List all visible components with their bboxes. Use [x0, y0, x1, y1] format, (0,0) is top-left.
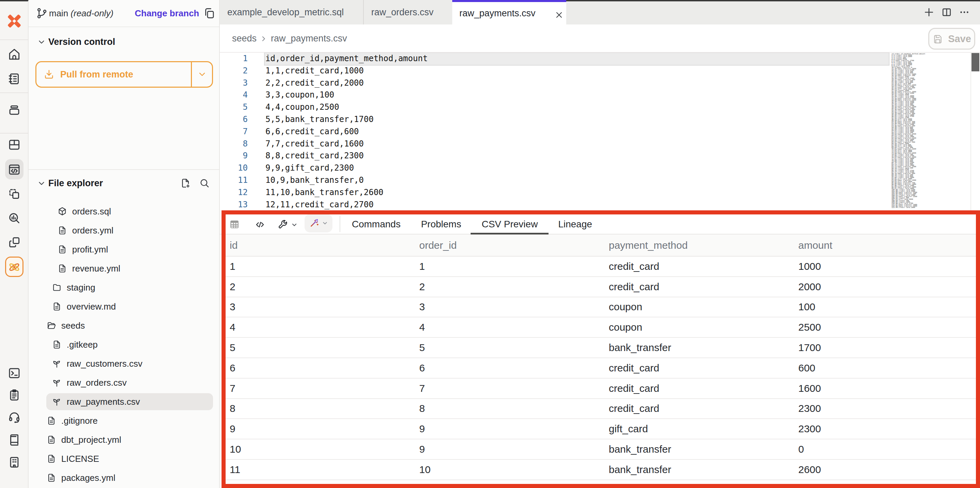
table-row[interactable]: 109bank_transfer0	[226, 439, 980, 460]
file-tree-item-inner: revenue.yml	[57, 259, 121, 278]
rail-item-dashboard-grid[interactable]	[6, 136, 22, 153]
code-view-icon[interactable]	[255, 219, 266, 230]
file-tree-item-revenue.yml[interactable]: revenue.yml	[29, 259, 219, 278]
pull-options-dropdown[interactable]	[191, 62, 212, 87]
change-branch-link[interactable]: Change branch	[135, 8, 199, 19]
rail-item-clipboard[interactable]	[6, 387, 22, 403]
doc-icon	[46, 435, 56, 445]
table-row[interactable]: 11credit_card1000	[226, 257, 980, 277]
tab-label: raw_payments.csv	[460, 8, 536, 19]
panel-tab-commands[interactable]: Commands	[352, 214, 401, 234]
search-files-icon[interactable]	[199, 177, 210, 189]
copy-branch-icon[interactable]	[203, 7, 216, 20]
clipboard-icon	[7, 388, 21, 402]
more-options-icon[interactable]	[959, 6, 970, 18]
table-row[interactable]: 1110bank_transfer2600	[226, 460, 980, 480]
file-tree-item-staging[interactable]: staging	[29, 278, 219, 297]
rail-item-select-copy[interactable]	[6, 186, 22, 202]
pull-from-remote-button[interactable]: Pull from remote	[35, 61, 213, 88]
ai-assist-button[interactable]	[305, 214, 332, 233]
new-tab-icon[interactable]	[923, 6, 935, 18]
rail-item-building[interactable]	[6, 454, 22, 471]
rail-item-catalog-search[interactable]	[6, 210, 22, 227]
cube-icon	[57, 206, 67, 217]
panel-tab-lineage[interactable]: Lineage	[558, 214, 592, 234]
split-editor-icon[interactable]	[941, 6, 953, 18]
panel-tab-problems[interactable]: Problems	[421, 214, 461, 234]
file-tree-item-inner: raw_customers.csv	[52, 354, 143, 373]
breadcrumb-folder[interactable]: seeds	[232, 33, 256, 44]
panel-tab-csv-preview[interactable]: CSV Preview	[482, 214, 538, 234]
file-tree-item-inner: seeds	[46, 316, 85, 335]
table-row[interactable]: 22credit_card2000	[226, 277, 980, 297]
branch-bar: main (read-only) Change branch	[29, 0, 219, 27]
table-row[interactable]: 66credit_card600	[226, 358, 980, 379]
file-tree-item-orders.yml[interactable]: orders.yml	[29, 221, 219, 240]
line-number: 2	[220, 65, 248, 77]
editor-tab-3[interactable]: raw_payments.csv	[452, 0, 566, 24]
file-tree-item-LICENSE[interactable]: LICENSE	[29, 449, 219, 468]
create-file-icon[interactable]	[180, 177, 191, 189]
close-tab-icon[interactable]	[555, 11, 563, 19]
rail-item-archive[interactable]	[6, 102, 22, 118]
rail-item-headset[interactable]	[6, 409, 22, 425]
table-cell: bank_transfer	[605, 342, 794, 353]
table-row[interactable]: 55bank_transfer1700	[226, 338, 980, 358]
file-tree-item-raw_orders.csv[interactable]: raw_orders.csv	[29, 373, 219, 392]
file-tree-item-orders.sql[interactable]: orders.sql	[29, 202, 219, 221]
save-floppy-icon	[932, 33, 943, 44]
pull-from-remote-main[interactable]: Pull from remote	[37, 62, 191, 87]
dashboard-grid-icon	[7, 138, 21, 152]
table-cell: 8	[415, 403, 605, 414]
scrollbar-thumb[interactable]	[972, 53, 979, 71]
rail-item-external-window[interactable]	[6, 234, 22, 250]
table-cell: bank_transfer	[605, 464, 794, 475]
file-tree-item-inner: .gitkeep	[52, 335, 98, 354]
table-row[interactable]: 99gift_card2300	[226, 419, 980, 439]
table-cell: 1600	[794, 383, 980, 394]
file-tree-item-packages.yml[interactable]: packages.yml	[29, 468, 219, 487]
table-row[interactable]: 88credit_card2300	[226, 399, 980, 419]
rail-item-ai-atom[interactable]	[6, 259, 22, 275]
line-number: 10	[220, 162, 248, 174]
rail-item-home[interactable]	[6, 46, 22, 63]
save-button[interactable]: Save	[928, 28, 975, 50]
file-name: orders.yml	[72, 225, 113, 236]
seedling-icon	[52, 358, 62, 369]
file-tree-item-seeds[interactable]: seeds	[29, 316, 219, 335]
build-tools-icon[interactable]	[277, 219, 288, 230]
dbt-ide-app: main (read-only) Change branch Version c…	[0, 0, 980, 488]
file-name: .gitkeep	[67, 339, 98, 350]
file-tree-item-inner: profit.yml	[57, 240, 108, 259]
home-icon	[7, 47, 21, 62]
chevron-down-icon[interactable]	[291, 221, 298, 229]
line-number: 9	[220, 150, 248, 162]
table-row[interactable]: 44coupon2500	[226, 317, 980, 338]
file-name: LICENSE	[61, 454, 99, 464]
editor-tab-2[interactable]: raw_orders.csv	[364, 0, 452, 24]
table-view-icon[interactable]	[229, 219, 240, 230]
line-number: 5	[220, 101, 248, 114]
file-tree-item-.gitkeep[interactable]: .gitkeep	[29, 335, 219, 354]
file-tree-item-raw_payments.csv[interactable]: raw_payments.csv	[29, 392, 219, 411]
rail-item-terminal[interactable]	[6, 365, 22, 381]
file-tree-item-raw_customers.csv[interactable]: raw_customers.csv	[29, 354, 219, 373]
file-tree-item-inner: orders.yml	[57, 221, 113, 240]
branch-readonly-label: (read-only)	[71, 8, 114, 18]
minimap[interactable]: id,order_id,payment_method,amount1,1,cre…	[891, 53, 953, 208]
code-editor[interactable]: 12345678910111213 id,order_id,payment_me…	[220, 53, 980, 210]
file-tree-item-profit.yml[interactable]: profit.yml	[29, 240, 219, 259]
editor-tab-1[interactable]: example_develop_metric.sql	[220, 0, 364, 24]
bottom-panel: CommandsProblemsCSV PreviewLineage idord…	[220, 210, 980, 488]
version-control-section-header[interactable]: Version control	[29, 34, 219, 50]
table-row[interactable]: 77credit_card1600	[226, 379, 980, 399]
file-tree-item-.gitignore[interactable]: .gitignore	[29, 411, 219, 430]
line-number: 7	[220, 126, 248, 138]
file-tree-item-dbt_project.yml[interactable]: dbt_project.yml	[29, 430, 219, 449]
file-tree-item-overview.md[interactable]: overview.md	[29, 297, 219, 316]
breadcrumb-file[interactable]: raw_payments.csv	[271, 33, 347, 44]
rail-item-develop-code[interactable]	[6, 162, 22, 178]
rail-item-docs-book[interactable]	[6, 432, 22, 448]
rail-item-notebook[interactable]	[6, 71, 22, 87]
table-row[interactable]: 33coupon100	[226, 297, 980, 318]
